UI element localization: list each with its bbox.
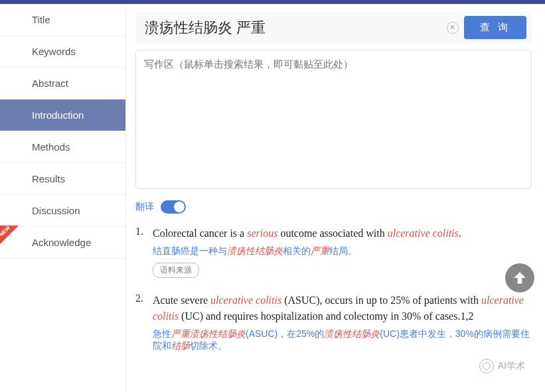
sidebar: Title Keywords Abstract Introduction Met… [0,4,126,392]
sidebar-item-abstract[interactable]: Abstract [0,68,125,99]
source-button[interactable]: 语料来源 [153,263,199,278]
clear-icon[interactable]: ✕ [447,22,459,34]
query-button[interactable]: 查 询 [464,16,526,39]
result-body: Acute severe ulcerative colitis (ASUC), … [153,293,532,358]
sidebar-item-introduction[interactable]: Introduction [0,99,125,131]
watermark: AI学术 [479,359,525,373]
result-chinese: 结直肠癌是一种与溃疡性结肠炎相关的严重结局。 [153,245,532,257]
scroll-top-button[interactable] [505,263,534,293]
translate-toggle[interactable] [161,200,186,214]
result-item[interactable]: 1.Colorectal cancer is a serious outcome… [135,226,532,278]
arrow-up-icon [511,269,528,287]
result-english: Acute severe ulcerative colitis (ASUC), … [153,293,532,324]
sidebar-item-results[interactable]: Results [0,163,125,195]
result-chinese: 急性严重溃疡性结肠炎(ASUC)，在25%的溃疡性结肠炎(UC)患者中发生，30… [153,328,532,352]
result-number: 2. [135,293,153,358]
results-list: 1.Colorectal cancer is a serious outcome… [135,226,532,358]
search-bar: ✕ 查 询 [135,12,532,43]
translate-label: 翻译 [135,201,154,213]
wechat-icon [479,359,494,373]
watermark-text: AI学术 [498,360,525,372]
sidebar-item-label: Acknowledge [32,237,91,248]
sidebar-item-acknowledge[interactable]: Acknowledge [0,227,125,259]
sidebar-item-keywords[interactable]: Keywords [0,36,125,68]
new-badge-icon [0,226,19,245]
sidebar-item-title[interactable]: Title [0,4,125,36]
writing-textarea[interactable] [135,50,532,189]
sidebar-item-methods[interactable]: Methods [0,131,125,163]
result-body: Colorectal cancer is a serious outcome a… [153,226,532,278]
result-english: Colorectal cancer is a serious outcome a… [153,226,532,241]
translate-row: 翻译 [135,200,532,214]
main-content: ✕ 查 询 翻译 1.Colorectal cancer is a seriou… [126,4,545,392]
sidebar-item-discussion[interactable]: Discussion [0,195,125,227]
result-item[interactable]: 2.Acute severe ulcerative colitis (ASUC)… [135,293,532,358]
search-input[interactable] [141,17,441,39]
result-number: 1. [135,226,153,278]
